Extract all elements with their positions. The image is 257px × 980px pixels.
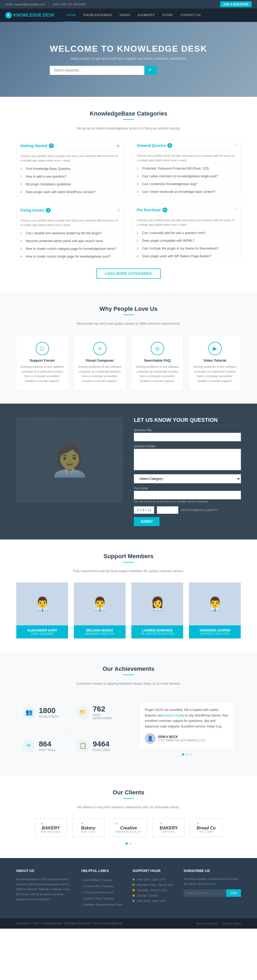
clients-grid: ⚜ BAKERY THE ORIGINAL ⚜ Bakery EST. 2010… xyxy=(16,818,241,837)
footer-link[interactable]: Start Affiliate Program xyxy=(83,878,112,881)
captcha-label: WRITE NUMBERS QUANTITY xyxy=(181,509,218,512)
kb-item[interactable]: 2 htaccess protected admin panel and aja… xyxy=(16,237,124,245)
member-name: LAUREN EDWARDS xyxy=(135,628,180,632)
client-name: Bakery xyxy=(81,826,95,830)
pagination-dot-3[interactable] xyxy=(190,754,192,756)
footer-link[interactable]: Fixing Common Issues xyxy=(83,891,113,894)
kb-item[interactable]: 1 Can I manually add the ask a question … xyxy=(133,229,241,237)
client-sub: EST. 1985 xyxy=(197,830,216,833)
section-divider-4 xyxy=(123,675,134,675)
subscribe-email-input[interactable] xyxy=(184,889,226,897)
kb-card-title: Pre Purchase 5 xyxy=(137,208,167,212)
kb-item[interactable]: 2 Can I allow comment on knowledgebase s… xyxy=(133,172,241,180)
footer-grid: ABOUT US Knowledgedesk is fully responsi… xyxy=(16,869,241,907)
why-section: Why People Love Us We provide top notch … xyxy=(0,292,257,404)
search-input[interactable] xyxy=(50,66,144,75)
footer-link[interactable]: Software Requirements Rules xyxy=(83,903,123,906)
question-title-group: Question Title xyxy=(134,428,241,441)
footer-link[interactable]: Explore Video Tutorials xyxy=(83,897,114,900)
subscribe-form: JOIN xyxy=(184,889,241,897)
member-photo: 👨‍💼 xyxy=(16,582,68,625)
member-photo: 👨‍💼 xyxy=(74,582,126,625)
client-sub: PREMIUM QUALITY xyxy=(115,830,142,833)
kb-item[interactable]: 4 Does plugin work with WP Bakery Page B… xyxy=(133,252,241,260)
captcha-input[interactable] xyxy=(157,506,178,514)
member-name: ALEXANDER GARY xyxy=(19,628,65,632)
member-role: VP. SUPPORT EXECUTIVE xyxy=(135,632,180,635)
client-dot-1[interactable] xyxy=(126,843,128,845)
nav-link-elements[interactable]: ELEMENTS xyxy=(134,8,158,22)
testimonial-box: Plugin UI/UX are excellent. KB is loaded… xyxy=(132,695,241,762)
feature-card: ≡ Visual Composer Solving problems of an… xyxy=(73,335,126,390)
kb-item[interactable]: 4 How to create custom single page for k… xyxy=(16,253,124,260)
question-title-input[interactable] xyxy=(134,433,241,441)
kb-item[interactable]: 1 Protected: Password Protected KB (Pass… xyxy=(133,164,241,172)
feature-icon: ▶ xyxy=(208,342,222,355)
footer-links-title: HELPFUL LINKS xyxy=(81,869,125,873)
kb-item[interactable]: 4 Does plugin work with latest WordPress… xyxy=(16,188,124,196)
stats-grid: 👥 1800 TOTAL POSTS 📁 762 POST CATEGORIES… xyxy=(16,695,125,762)
kb-item[interactable]: 2 How to add a new question? xyxy=(16,172,124,180)
captcha-display: 2 + 9 = 11 xyxy=(134,506,154,514)
testimonial-content: Plugin UI/UX are excellent. KB is loaded… xyxy=(139,702,234,749)
privacy-link[interactable]: Privacy Policy xyxy=(223,922,241,925)
search-button[interactable]: 🔍 xyxy=(144,66,157,75)
logo-icon: K xyxy=(5,12,12,19)
footer-subscribe: SUBSCRIBE US Get latest updates of what … xyxy=(184,869,241,907)
client-icon: ⚜ xyxy=(41,822,61,825)
hero-content: WELCOME TO KNOWLEDGE DESK Helps buyers t… xyxy=(50,44,207,75)
question-details-group: Question Details xyxy=(134,444,241,471)
member-name: ADWARDS ZAUPEN xyxy=(192,628,238,632)
kb-item[interactable]: 2 Does plugin compatible with WPML? xyxy=(133,237,241,245)
kb-item[interactable]: 3 KB plugin Installation guidelines xyxy=(16,180,124,188)
footer-link-item: Explore Video Tutorials xyxy=(81,895,125,901)
member-info: ADWARDS ZAUPEN SUPPORT EXECUTIVE xyxy=(189,625,241,638)
kb-item[interactable]: 1 Can I disable font awesome loaded by t… xyxy=(16,229,124,237)
footer-about-title: ABOUT US xyxy=(16,869,73,873)
footer-link-item: Start Affiliate Program xyxy=(81,877,125,883)
ask-question-button[interactable]: ASK A QUESTION xyxy=(220,2,252,7)
kb-item[interactable]: 4 Can I insert shortcode as knowledge ba… xyxy=(133,188,241,196)
footer-helpful-links: HELPFUL LINKS Start Affiliate ProgramPro… xyxy=(81,869,125,907)
feature-icon: ◎ xyxy=(151,342,164,355)
kb-icon: ▶ xyxy=(117,143,120,148)
kb-card-header: Pre Purchase 5 ? xyxy=(133,204,241,216)
feature-desc: Solving problems of any software compute… xyxy=(136,364,179,383)
subscribe-button[interactable]: JOIN xyxy=(226,889,241,897)
nav-link-home[interactable]: HOME xyxy=(63,8,80,22)
client-icon: ⚜ xyxy=(115,822,142,825)
nav-link-contact us[interactable]: CONTACT US xyxy=(177,8,204,22)
category-select[interactable]: - Select Category - xyxy=(134,474,241,483)
kb-item[interactable]: 3 How to create custom category page for… xyxy=(16,245,124,253)
achievement-num: 864 xyxy=(39,740,56,748)
nav-link-pages[interactable]: PAGES xyxy=(116,8,134,22)
footer-bottom-links: Terms of Service Privacy Policy xyxy=(192,921,241,926)
footer-link[interactable]: Products Pre Purchase xyxy=(83,885,114,888)
kb-item[interactable]: 3 Can I include the plugin in my theme f… xyxy=(133,245,241,252)
kb-card-header: Getting Started 9 ▶ xyxy=(16,140,124,152)
member-card: 👨‍💼 ADWARDS ZAUPEN SUPPORT EXECUTIVE xyxy=(189,582,241,639)
kb-count-badge: 5 xyxy=(163,208,167,212)
kb-card-header: General Queries 8 ≡ xyxy=(133,140,241,151)
kb-icon: ⚙ xyxy=(117,208,120,213)
support-hour-item: Sunday: Closed xyxy=(132,893,176,898)
submit-button[interactable]: SUBMIT xyxy=(134,517,160,526)
client-name: BAKERY xyxy=(160,826,178,830)
email-contact: Email: support@example.com xyxy=(5,3,45,6)
kb-item[interactable]: 1 First Knowledge Base Question xyxy=(16,165,124,172)
clients-title: Our Clients xyxy=(16,789,241,796)
section-divider-5 xyxy=(123,798,134,799)
question-details-textarea[interactable] xyxy=(134,449,241,470)
email-input[interactable] xyxy=(134,491,241,500)
member-role: SUPPORT EXECUTIVE xyxy=(192,632,238,635)
load-more-categories-button[interactable]: Load More Categories xyxy=(96,269,160,279)
terms-link[interactable]: Terms of Service xyxy=(196,922,218,925)
pagination-dot-2[interactable] xyxy=(186,754,188,756)
kb-category-name: Pre Purchase xyxy=(137,208,161,212)
nav-link-store[interactable]: STORE xyxy=(158,8,177,22)
nav-link-knowledgebase[interactable]: KNOWLEDGEBASE xyxy=(80,8,116,22)
kb-item[interactable]: 3 Can I customize Knowledgebase slug? xyxy=(133,180,241,188)
pagination-dot-1[interactable] xyxy=(182,754,184,756)
client-dot-2[interactable] xyxy=(129,843,131,845)
email-hint: You will receive an email when your ques… xyxy=(134,500,241,503)
